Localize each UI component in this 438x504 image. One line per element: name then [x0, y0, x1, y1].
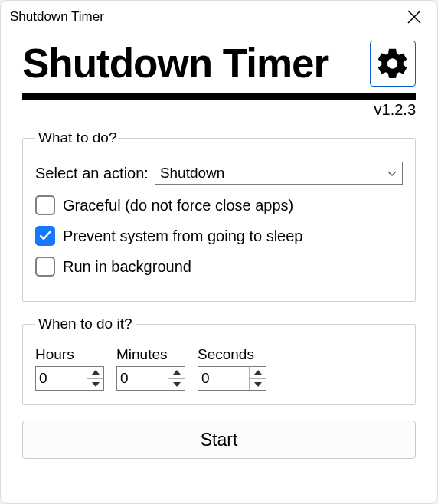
- hours-down-button[interactable]: [87, 378, 103, 391]
- hours-spinner-buttons: [87, 367, 103, 390]
- what-fieldset: What to do? Select an action: Shutdown G…: [22, 129, 416, 302]
- minutes-spinner-buttons: [168, 367, 185, 390]
- hours-value: 0: [36, 367, 87, 390]
- run-background-checkbox[interactable]: [35, 257, 55, 277]
- action-select[interactable]: Shutdown: [155, 162, 403, 185]
- seconds-up-button[interactable]: [250, 367, 266, 378]
- window-title: Shutdown Timer: [10, 9, 104, 25]
- prevent-sleep-label: Prevent system from going to sleep: [63, 227, 302, 245]
- prevent-sleep-checkbox[interactable]: [35, 226, 55, 246]
- svg-marker-2: [92, 370, 100, 375]
- svg-marker-7: [254, 382, 262, 387]
- header-divider: [22, 93, 416, 100]
- svg-marker-4: [173, 370, 181, 375]
- app-title: Shutdown Timer: [22, 41, 328, 86]
- content-area: Shutdown Timer v1.2.3 What to do? Select…: [1, 33, 437, 503]
- action-select-value: Shutdown: [160, 165, 225, 182]
- graceful-row: Graceful (do not force close apps): [35, 195, 403, 215]
- main-window: Shutdown Timer Shutdown Timer v1.2.3 Wha…: [0, 0, 438, 504]
- hours-col: Hours 0: [35, 346, 104, 391]
- caret-down-icon: [254, 382, 262, 387]
- version-label: v1.2.3: [22, 101, 416, 119]
- run-background-label: Run in background: [63, 258, 191, 276]
- titlebar-left: Shutdown Timer: [10, 9, 104, 25]
- seconds-label: Seconds: [198, 346, 266, 363]
- minutes-col: Minutes 0: [116, 346, 185, 391]
- graceful-label: Graceful (do not force close apps): [63, 197, 293, 214]
- minutes-value: 0: [117, 367, 168, 390]
- svg-marker-3: [92, 382, 100, 387]
- what-legend: What to do?: [35, 129, 119, 146]
- when-legend: When to do it?: [35, 316, 136, 332]
- settings-button[interactable]: [370, 41, 416, 87]
- minutes-down-button[interactable]: [168, 378, 185, 391]
- seconds-down-button[interactable]: [250, 378, 266, 391]
- prevent-sleep-row: Prevent system from going to sleep: [35, 226, 403, 246]
- header-row: Shutdown Timer: [22, 41, 416, 87]
- caret-up-icon: [254, 370, 262, 375]
- close-button[interactable]: [402, 5, 427, 29]
- titlebar: Shutdown Timer: [1, 1, 437, 33]
- minutes-spinner[interactable]: 0: [116, 366, 185, 391]
- action-row: Select an action: Shutdown: [35, 162, 403, 185]
- hours-spinner[interactable]: 0: [35, 366, 104, 391]
- caret-up-icon: [173, 370, 181, 375]
- chevron-down-icon: [387, 168, 397, 178]
- seconds-col: Seconds 0: [198, 346, 266, 391]
- seconds-spinner-buttons: [249, 367, 266, 390]
- seconds-spinner[interactable]: 0: [198, 366, 266, 391]
- when-fieldset: When to do it? Hours 0: [22, 316, 416, 405]
- caret-down-icon: [173, 382, 181, 387]
- minutes-label: Minutes: [116, 346, 185, 363]
- check-icon: [38, 229, 52, 243]
- time-row: Hours 0 Minutes: [35, 346, 403, 391]
- close-icon: [407, 9, 422, 25]
- action-select-label: Select an action:: [35, 165, 149, 182]
- run-background-row: Run in background: [35, 257, 403, 277]
- hours-label: Hours: [35, 346, 104, 363]
- seconds-value: 0: [198, 367, 249, 390]
- graceful-checkbox[interactable]: [35, 195, 55, 215]
- caret-down-icon: [92, 382, 100, 387]
- start-button-label: Start: [201, 430, 238, 450]
- svg-marker-6: [254, 370, 262, 375]
- hours-up-button[interactable]: [87, 367, 103, 378]
- svg-marker-5: [173, 382, 181, 387]
- start-button[interactable]: Start: [22, 421, 416, 459]
- caret-up-icon: [92, 370, 100, 375]
- gear-icon: [375, 46, 410, 81]
- minutes-up-button[interactable]: [168, 367, 185, 378]
